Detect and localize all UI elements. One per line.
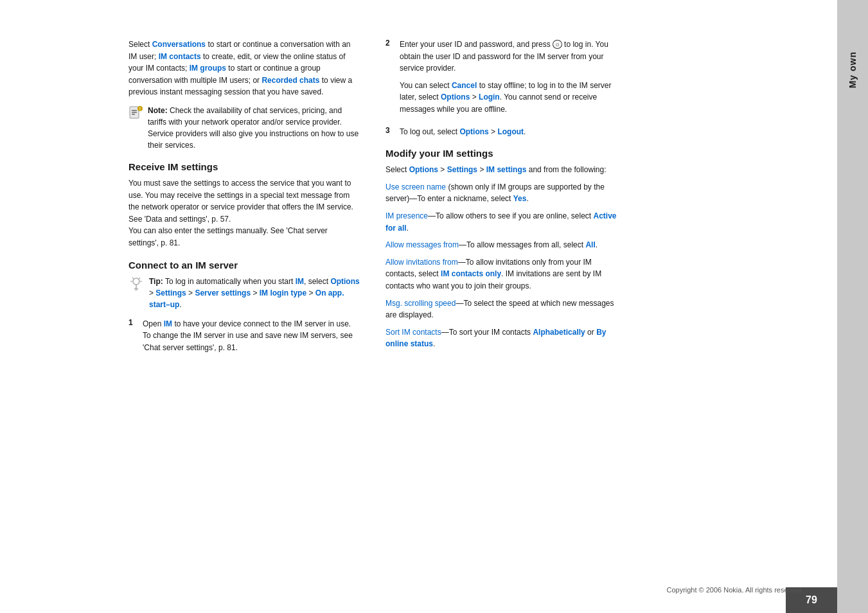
login-link[interactable]: Login (479, 93, 500, 102)
im-link-tip[interactable]: IM (296, 277, 304, 286)
tip-box: Tip: To log in automatically when you st… (128, 276, 360, 310)
settings-link-modify[interactable]: Settings (447, 165, 477, 174)
note-box: ! Note: Check the availability of chat s… (128, 105, 360, 151)
page-container: My own 79 Select Conversations to start … (0, 0, 868, 613)
modify-im-settings-heading: Modify your IM settings (385, 148, 617, 159)
svg-rect-3 (132, 114, 135, 115)
tip-icon (128, 276, 144, 291)
allow-invitations-item: Allow invitations from—To allow invitati… (385, 256, 617, 292)
allow-invitations-term[interactable]: Allow invitations from (385, 258, 458, 267)
step-2: 2 Enter your user ID and password, and p… (385, 39, 617, 121)
connect-im-server-heading: Connect to an IM server (128, 260, 360, 271)
note-text: Note: Check the availability of chat ser… (148, 105, 360, 151)
svg-line-11 (139, 278, 140, 279)
options-link-tip[interactable]: Options (330, 277, 359, 286)
im-contacts-only-link[interactable]: IM contacts only (441, 269, 501, 278)
modify-im-settings-intro: Select Options > Settings > IM settings … (385, 164, 617, 176)
receive-im-settings-heading: Receive IM settings (128, 161, 360, 172)
settings-link-tip[interactable]: Settings (155, 289, 186, 298)
step-1: 1 Open IM to have your device connect to… (128, 318, 360, 354)
all-link[interactable]: All (585, 240, 595, 249)
step-3-text: To log out, select Options > Logout. (400, 126, 526, 138)
options-link-modify[interactable]: Options (409, 165, 438, 174)
cancel-link[interactable]: Cancel (452, 81, 477, 90)
msg-scrolling-speed-term[interactable]: Msg. scrolling speed (385, 299, 456, 308)
use-screen-name-item: Use screen name (shown only if IM groups… (385, 181, 617, 205)
allow-messages-item: Allow messages from—To allow messages fr… (385, 239, 617, 251)
step-3-number: 3 (385, 126, 394, 135)
step-2-para2: You can select Cancel to stay offline; t… (400, 80, 617, 116)
intro-paragraph: Select Conversations to start or continu… (128, 39, 360, 98)
allow-messages-term[interactable]: Allow messages from (385, 240, 459, 249)
step-2-number: 2 (385, 39, 394, 48)
conversations-link[interactable]: Conversations (152, 40, 206, 49)
step-2-para1: Enter your user ID and password, and pre… (400, 39, 617, 75)
step-3: 3 To log out, select Options > Logout. (385, 126, 617, 138)
options-link-step2[interactable]: Options (441, 93, 470, 102)
im-link-step1[interactable]: IM (164, 319, 172, 328)
svg-text:!: ! (139, 107, 141, 111)
main-content: Select Conversations to start or continu… (128, 39, 804, 574)
svg-line-10 (132, 278, 134, 279)
step-1-text: Open IM to have your device connect to t… (143, 318, 360, 354)
msg-scrolling-speed-item: Msg. scrolling speed—To select the speed… (385, 298, 617, 321)
side-tab: My own (837, 0, 868, 613)
im-contacts-link[interactable]: IM contacts (159, 52, 201, 61)
im-presence-term[interactable]: IM presence (385, 211, 428, 220)
tip-text: Tip: To log in automatically when you st… (149, 276, 360, 310)
sort-im-contacts-item: Sort IM contacts—To sort your IM contact… (385, 326, 617, 350)
svg-point-6 (133, 278, 139, 285)
options-link-step3[interactable]: Options (459, 127, 488, 136)
im-presence-item: IM presence—To allow others to see if yo… (385, 210, 617, 234)
svg-rect-2 (132, 112, 137, 113)
im-groups-link[interactable]: IM groups (190, 64, 226, 73)
server-settings-link-tip[interactable]: Server settings (195, 289, 251, 298)
svg-rect-1 (132, 110, 137, 111)
copyright: Copyright © 2006 Nokia. All rights reser… (666, 586, 804, 594)
left-column: Select Conversations to start or continu… (128, 39, 360, 574)
step-2-text: Enter your user ID and password, and pre… (400, 39, 617, 121)
im-settings-link[interactable]: IM settings (486, 165, 527, 174)
note-icon: ! (128, 105, 143, 120)
tip-label: Tip: (149, 277, 163, 286)
use-screen-name-term[interactable]: Use screen name (385, 182, 446, 191)
right-column: 2 Enter your user ID and password, and p… (385, 39, 617, 574)
sort-im-contacts-term[interactable]: Sort IM contacts (385, 328, 441, 337)
note-label: Note: (148, 106, 168, 115)
joystick-icon: ○ (553, 40, 562, 49)
yes-link[interactable]: Yes (513, 194, 527, 203)
recorded-chats-link[interactable]: Recorded chats (261, 76, 319, 85)
alphabetically-link[interactable]: Alphabetically (533, 328, 585, 337)
logout-link[interactable]: Logout (497, 127, 524, 136)
step-1-number: 1 (128, 318, 137, 327)
im-login-type-link-tip[interactable]: IM login type (260, 289, 306, 298)
receive-im-settings-text: You must save the settings to access the… (128, 177, 360, 249)
side-tab-label: My own (847, 51, 858, 88)
